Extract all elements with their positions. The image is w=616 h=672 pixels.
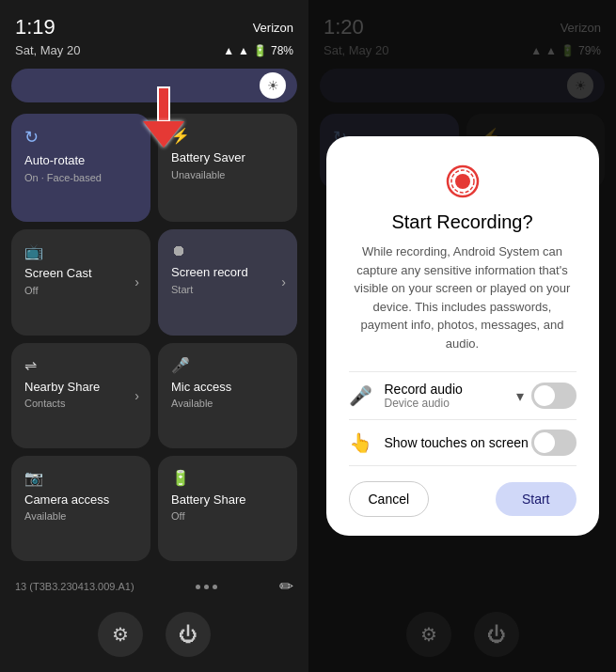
touch-option-icon: 👆 — [349, 431, 371, 454]
battery-pct: 78% — [271, 44, 293, 57]
battery-share-icon: 🔋 — [171, 469, 284, 487]
wifi-icon: ▲ — [223, 44, 234, 57]
edit-icon[interactable]: ✏ — [279, 576, 293, 597]
build-info: 13 (T3B3.230413.009.A1) — [15, 581, 134, 592]
nearby-share-sub: Contacts — [24, 398, 137, 409]
show-touches-label: Show touches on screen — [385, 435, 531, 450]
screen-cast-label: Screen Cast — [24, 266, 137, 281]
show-touches-toggle-thumb — [534, 432, 555, 453]
screen-record-arrow: › — [281, 274, 286, 289]
screen-record-label: Screen record — [171, 265, 284, 280]
dot-1 — [196, 585, 200, 589]
tile-camera-access[interactable]: 📷 Camera access Available — [11, 456, 150, 561]
left-bottom-buttons: ⚙ ⏻ — [11, 604, 297, 661]
auto-rotate-sub: On · Face-based — [24, 172, 137, 183]
record-audio-toggle-thumb — [534, 385, 555, 406]
cancel-button[interactable]: Cancel — [349, 481, 430, 517]
dialog-title: Start Recording? — [391, 211, 532, 233]
mic-option-icon: 🎤 — [349, 384, 371, 407]
nearby-share-icon: ⇌ — [24, 356, 137, 374]
start-recording-dialog: Start Recording? While recording, Androi… — [326, 136, 599, 536]
battery-saver-label: Battery Saver — [171, 150, 284, 165]
battery-saver-sub: Unavailable — [171, 169, 284, 180]
left-date: Sat, May 20 — [15, 43, 80, 57]
dialog-overlay: Start Recording? While recording, Androi… — [308, 0, 616, 672]
show-touches-text: Show touches on screen — [385, 435, 531, 450]
tile-nearby-share[interactable]: ⇌ Nearby Share Contacts › — [11, 343, 150, 448]
screen-cast-sub: Off — [24, 285, 137, 296]
show-touches-toggle[interactable] — [531, 430, 577, 456]
mic-label: Mic access — [171, 380, 284, 395]
left-bottom-bar: 13 (T3B3.230413.009.A1) ✏ — [11, 569, 297, 601]
tile-battery-share[interactable]: 🔋 Battery Share Off — [158, 456, 297, 561]
battery-saver-icon: ⚡ — [171, 127, 284, 145]
brightness-thumb[interactable] — [260, 72, 286, 99]
dot-3 — [213, 585, 217, 589]
screen-record-icon: ⏺ — [171, 242, 284, 259]
mic-icon: 🎤 — [171, 356, 284, 374]
left-tiles-grid: ↻ Auto-rotate On · Face-based ⚡ Battery … — [11, 114, 297, 561]
tile-screen-cast[interactable]: 📺 Screen Cast Off › — [11, 229, 150, 335]
left-time: 1:19 — [15, 15, 55, 39]
dialog-body: While recording, Android System can capt… — [349, 242, 577, 352]
left-status-bar: 1:19 Verizon — [11, 15, 297, 39]
red-arrow-indicator — [143, 86, 184, 148]
camera-sub: Available — [24, 510, 137, 522]
dialog-option-show-touches: 👆 Show touches on screen — [349, 419, 577, 466]
battery-share-sub: Off — [171, 510, 284, 522]
camera-label: Camera access — [24, 492, 137, 508]
nearby-share-arrow: › — [134, 388, 139, 403]
tile-mic-access[interactable]: 🎤 Mic access Available — [158, 343, 297, 448]
auto-rotate-label: Auto-rotate — [24, 153, 137, 168]
mic-sub: Available — [171, 398, 284, 409]
signal-icon: ▲ — [238, 44, 249, 57]
left-settings-button[interactable]: ⚙ — [98, 612, 143, 657]
left-panel: 1:19 Verizon Sat, May 20 ▲ ▲ 🔋 78% ↻ Aut… — [0, 0, 308, 672]
left-status-icons: ▲ ▲ 🔋 78% — [223, 44, 293, 57]
settings-icon: ⚙ — [112, 623, 129, 646]
recording-dialog-icon — [444, 163, 482, 200]
auto-rotate-icon: ↻ — [24, 127, 137, 148]
left-power-button[interactable]: ⏻ — [166, 612, 211, 657]
screen-record-sub: Start — [171, 284, 284, 295]
dropdown-chevron[interactable]: ▾ — [516, 387, 524, 405]
tile-screen-record[interactable]: ⏺ Screen record Start › — [158, 229, 297, 335]
left-status-sub: Sat, May 20 ▲ ▲ 🔋 78% — [11, 43, 297, 57]
record-audio-text: Record audio Device audio — [385, 382, 516, 410]
dialog-option-record-audio: 🎤 Record audio Device audio ▾ — [349, 371, 577, 419]
dialog-buttons: Cancel Start — [349, 481, 577, 517]
battery-icon: 🔋 — [253, 44, 267, 57]
tile-auto-rotate[interactable]: ↻ Auto-rotate On · Face-based — [11, 114, 150, 222]
record-audio-sub: Device audio — [385, 397, 516, 410]
record-audio-toggle[interactable] — [531, 383, 577, 409]
dot-2 — [204, 585, 209, 589]
screen-cast-arrow: › — [134, 274, 139, 289]
camera-icon: 📷 — [24, 469, 137, 487]
page-dots — [196, 585, 217, 589]
svg-point-1 — [455, 174, 470, 189]
record-circle-icon — [446, 164, 480, 198]
start-button[interactable]: Start — [496, 482, 577, 516]
screen-cast-icon: 📺 — [24, 242, 137, 260]
nearby-share-label: Nearby Share — [24, 380, 137, 395]
left-carrier: Verizon — [253, 21, 293, 35]
right-panel: 1:20 Verizon Sat, May 20 ▲ ▲ 🔋 79% ☀ ↻ A… — [308, 0, 616, 672]
power-icon: ⏻ — [179, 624, 197, 646]
battery-share-label: Battery Share — [171, 492, 284, 508]
record-audio-label: Record audio — [385, 382, 516, 397]
